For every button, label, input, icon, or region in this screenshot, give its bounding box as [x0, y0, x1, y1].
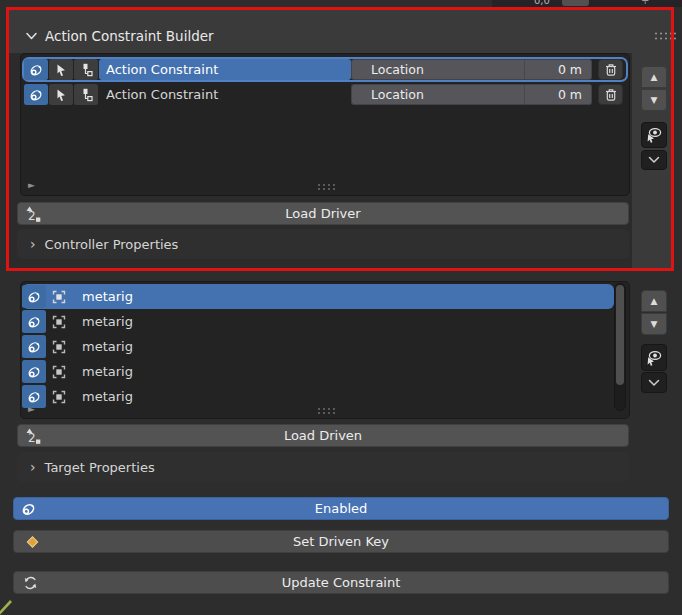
pointer-icon[interactable] [49, 59, 73, 80]
chevron-down-icon [648, 156, 660, 164]
armature-icon[interactable] [24, 59, 48, 80]
move-up-button[interactable]: ▲ [641, 290, 667, 312]
viewport-axis-line-fragment [0, 598, 16, 615]
object-name[interactable]: metarig [72, 339, 133, 354]
filter-options-button[interactable] [641, 372, 667, 393]
update-constraint-label: Update Constraint [282, 575, 401, 590]
move-up-icon: ▲ [651, 297, 658, 306]
constraint-name[interactable]: Action Constraint [99, 59, 351, 80]
filter-eye-button[interactable] [641, 344, 667, 371]
list-filter-expand-icon[interactable]: ► [28, 181, 35, 190]
svg-text:2: 2 [28, 209, 36, 223]
chevron-down-icon [648, 379, 660, 387]
object-row[interactable]: metarig [22, 359, 614, 384]
armature-icon[interactable] [22, 285, 46, 308]
armature-icon[interactable] [22, 335, 46, 358]
constraint-icon[interactable] [74, 59, 98, 80]
panel-grip-icon[interactable] [654, 31, 676, 41]
svg-text:2: 2 [28, 431, 36, 445]
list-filter-expand-icon[interactable]: ► [28, 405, 35, 414]
move-up-button[interactable]: ▲ [641, 66, 667, 88]
list-resize-grip-icon[interactable] [317, 407, 337, 415]
object-row[interactable]: metarig [22, 309, 614, 334]
load-driver-button[interactable]: 2 Load Driver [17, 202, 629, 225]
controller-properties-subpanel[interactable]: › Controller Properties [17, 229, 629, 259]
constraint-icon[interactable] [74, 84, 98, 105]
filter-eye-button[interactable] [641, 122, 667, 148]
trash-icon[interactable] [598, 59, 623, 80]
set-driven-key-button[interactable]: Set Driven Key [13, 530, 669, 553]
armature-icon[interactable] [22, 310, 46, 333]
object-icon[interactable] [47, 389, 71, 405]
enabled-toggle-button[interactable]: Enabled [13, 497, 669, 520]
constraint-row[interactable]: Action Constraint Location 0 m [22, 82, 628, 107]
blender-panel-region: 0,0 + Action Constraint Builder [0, 0, 682, 615]
constraint-row[interactable]: Action Constraint Location 0 m [22, 57, 628, 82]
move-down-button[interactable]: ▼ [641, 313, 667, 335]
trash-icon[interactable] [598, 84, 623, 105]
armature-icon [20, 500, 37, 517]
channel-value-field[interactable]: 0 m [524, 59, 592, 80]
channel-dropdown[interactable]: Location [351, 84, 524, 105]
object-name[interactable]: metarig [72, 314, 133, 329]
channel-value-field[interactable]: 0 m [524, 84, 592, 105]
update-constraint-button[interactable]: Update Constraint [13, 571, 669, 594]
object-icon[interactable] [47, 314, 71, 330]
controller-properties-label: Controller Properties [45, 237, 179, 252]
chevron-down-icon [25, 30, 38, 42]
object-icon[interactable] [47, 339, 71, 355]
constraint-list: Action Constraint Location 0 m Action Co… [20, 53, 630, 196]
channel-dropdown[interactable]: Location [351, 59, 524, 80]
load-driver-label: Load Driver [285, 206, 360, 221]
plus-icon: + [641, 0, 649, 6]
constraint-name[interactable]: Action Constraint [99, 84, 351, 105]
panel-title: Action Constraint Builder [45, 28, 214, 44]
move-down-button[interactable]: ▼ [641, 89, 667, 111]
armature-icon[interactable] [24, 84, 48, 105]
target-properties-subpanel[interactable]: › Target Properties [17, 452, 629, 482]
keyframe-diamond-icon [25, 534, 40, 549]
object-row[interactable]: metarig [22, 384, 614, 409]
object-icon[interactable] [47, 289, 71, 305]
object-name[interactable]: metarig [72, 289, 133, 304]
cutoff-button-fragment [562, 0, 589, 6]
list-scrollbar[interactable] [614, 283, 626, 411]
object-row[interactable]: metarig [22, 284, 614, 309]
driver-icon: 2 [24, 427, 42, 445]
object-list: metarig metarig metarig [20, 281, 630, 419]
driver-icon: 2 [24, 205, 42, 223]
load-driven-button[interactable]: 2 Load Driven [17, 424, 629, 447]
move-up-icon: ▲ [651, 73, 658, 82]
chevron-right-icon: › [30, 460, 36, 474]
pointer-icon[interactable] [49, 84, 73, 105]
chevron-right-icon: › [30, 237, 36, 251]
scrollbar-thumb[interactable] [616, 285, 624, 385]
cutoff-coords-text: 0,0 [534, 0, 550, 6]
load-driven-label: Load Driven [284, 428, 362, 443]
move-down-icon: ▼ [651, 96, 658, 105]
object-icon[interactable] [47, 364, 71, 380]
object-name[interactable]: metarig [72, 364, 133, 379]
filter-options-button[interactable] [641, 150, 667, 170]
armature-icon[interactable] [22, 360, 46, 383]
list-resize-grip-icon[interactable] [317, 183, 337, 191]
refresh-icon [22, 574, 39, 591]
eye-cursor-icon [645, 349, 663, 367]
object-row[interactable]: metarig [22, 334, 614, 359]
move-down-icon: ▼ [651, 320, 658, 329]
enabled-label: Enabled [315, 501, 368, 516]
set-driven-key-label: Set Driven Key [293, 534, 389, 549]
panel-header[interactable]: Action Constraint Builder [9, 10, 671, 53]
eye-cursor-icon [645, 126, 663, 144]
target-properties-label: Target Properties [45, 460, 155, 475]
object-name[interactable]: metarig [72, 389, 133, 404]
